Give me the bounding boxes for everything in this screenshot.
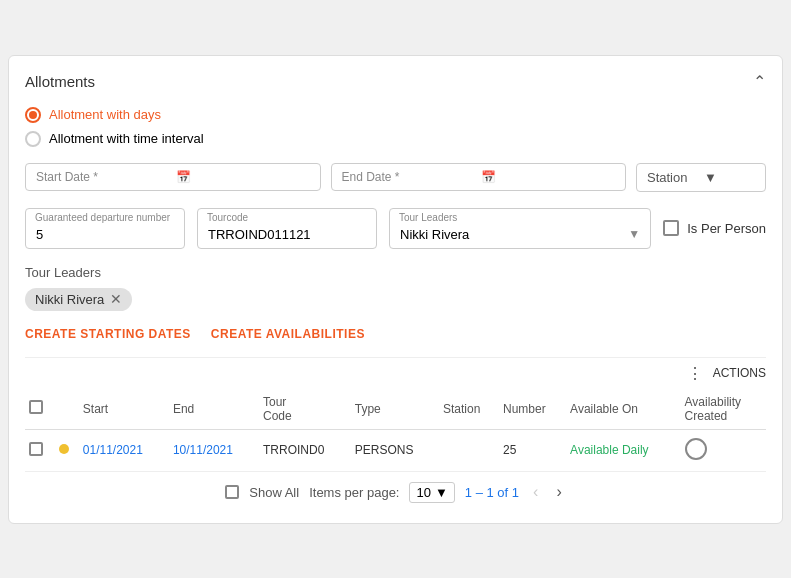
table-header: Start End TourCode Type Station Number A… — [25, 389, 766, 430]
th-number: Number — [499, 389, 566, 430]
items-per-page-value: 10 — [416, 485, 430, 500]
per-person-checkbox[interactable] — [663, 220, 679, 236]
tour-leader-tag-name: Nikki Rivera — [35, 292, 104, 307]
th-availability-created: AvailabilityCreated — [681, 389, 766, 430]
row-checkbox-cell — [25, 429, 55, 471]
th-available-on: Available On — [566, 389, 680, 430]
radio-allotment-with-time-interval[interactable]: Allotment with time interval — [25, 131, 766, 147]
row-start-date: 01/11/2021 — [79, 429, 169, 471]
page-info: 1 – 1 of 1 — [465, 485, 519, 500]
row-number: 25 — [499, 429, 566, 471]
row-available-on: Available Daily — [566, 429, 680, 471]
show-all-checkbox[interactable] — [225, 485, 239, 499]
table-top-row: ⋮ ACTIONS — [25, 358, 766, 389]
start-date-field[interactable]: Start Date * 📅 — [25, 163, 321, 191]
end-date-placeholder: End Date * — [342, 170, 476, 184]
prev-page-button[interactable]: ‹ — [529, 483, 542, 501]
panel-title: Allotments — [25, 73, 95, 90]
table-body: 01/11/2021 10/11/2021 TRROIND0 PERSONS 2… — [25, 429, 766, 471]
action-links-row: CREATE STARTING DATES CREATE AVAILABILIT… — [25, 327, 766, 341]
radio-label-time-interval: Allotment with time interval — [49, 131, 204, 146]
date-station-row: Start Date * 📅 End Date * 📅 Station ▼ — [25, 163, 766, 192]
availability-circle-button[interactable] — [685, 438, 707, 460]
table-row: 01/11/2021 10/11/2021 TRROIND0 PERSONS 2… — [25, 429, 766, 471]
tour-leader-tag-close-icon[interactable]: ✕ — [110, 292, 122, 306]
station-label: Station — [647, 170, 698, 185]
tour-leaders-arrow-icon: ▼ — [628, 227, 640, 241]
row-status-dot — [55, 429, 79, 471]
th-station: Station — [439, 389, 499, 430]
tour-leaders-section-title: Tour Leaders — [25, 265, 766, 280]
th-start: Start — [79, 389, 169, 430]
row-end-date: 10/11/2021 — [169, 429, 259, 471]
station-dropdown[interactable]: Station ▼ — [636, 163, 766, 192]
tour-leaders-section: Tour Leaders Nikki Rivera ✕ — [25, 265, 766, 311]
th-tour-code: TourCode — [259, 389, 351, 430]
end-date-field[interactable]: End Date * 📅 — [331, 163, 627, 191]
station-arrow-icon: ▼ — [704, 170, 755, 185]
items-per-page-arrow-icon: ▼ — [435, 485, 448, 500]
allotments-panel: Allotments ⌃ Allotment with days Allotme… — [8, 55, 783, 524]
per-person-label: Is Per Person — [687, 221, 766, 236]
per-person-row: Is Per Person — [663, 220, 766, 236]
items-per-page-label: Items per page: — [309, 485, 399, 500]
radio-allotment-with-days[interactable]: Allotment with days — [25, 107, 766, 123]
items-per-page-dropdown[interactable]: 10 ▼ — [409, 482, 454, 503]
end-calendar-icon[interactable]: 📅 — [481, 170, 615, 184]
tour-leaders-value: Nikki Rivera — [400, 227, 628, 242]
th-status — [55, 389, 79, 430]
start-calendar-icon[interactable]: 📅 — [176, 170, 310, 184]
more-options-icon[interactable]: ⋮ — [687, 364, 703, 383]
row-station — [439, 429, 499, 471]
tourcode-field: Tourcode — [197, 208, 377, 249]
start-date-placeholder: Start Date * — [36, 170, 170, 184]
tourcode-label: Tourcode — [207, 212, 248, 223]
actions-header-label: ACTIONS — [713, 366, 766, 380]
allotments-table: Start End TourCode Type Station Number A… — [25, 389, 766, 472]
row-tour-code: TRROIND0 — [259, 429, 351, 471]
departure-field: Guaranteed departure number — [25, 208, 185, 249]
radio-button-days[interactable] — [25, 107, 41, 123]
departure-label: Guaranteed departure number — [35, 212, 170, 223]
tour-leaders-dropdown[interactable]: Nikki Rivera ▼ — [389, 208, 651, 249]
create-starting-dates-link[interactable]: CREATE STARTING DATES — [25, 327, 191, 341]
tour-leaders-field: Tour Leaders Nikki Rivera ▼ — [389, 208, 651, 249]
form-row: Guaranteed departure number Tourcode Tou… — [25, 208, 766, 249]
create-availabilities-link[interactable]: CREATE AVAILABILITIES — [211, 327, 365, 341]
available-daily-label: Available Daily — [570, 443, 649, 457]
show-all-label[interactable]: Show All — [249, 485, 299, 500]
th-end: End — [169, 389, 259, 430]
radio-inner-days — [29, 111, 37, 119]
status-dot-yellow — [59, 444, 69, 454]
radio-button-time-interval[interactable] — [25, 131, 41, 147]
select-all-checkbox[interactable] — [29, 400, 43, 414]
th-select-all — [25, 389, 55, 430]
th-type: Type — [351, 389, 439, 430]
pagination-row: Show All Items per page: 10 ▼ 1 – 1 of 1… — [25, 472, 766, 507]
panel-header: Allotments ⌃ — [25, 72, 766, 91]
start-date-value[interactable]: 01/11/2021 — [83, 443, 143, 457]
end-date-value[interactable]: 10/11/2021 — [173, 443, 233, 457]
row-type: PERSONS — [351, 429, 439, 471]
row-checkbox[interactable] — [29, 442, 43, 456]
tour-leader-tag: Nikki Rivera ✕ — [25, 288, 132, 311]
row-availability-created — [681, 429, 766, 471]
collapse-icon[interactable]: ⌃ — [753, 72, 766, 91]
next-page-button[interactable]: › — [552, 483, 565, 501]
table-section: ⋮ ACTIONS Start End TourCode Type Statio… — [25, 357, 766, 472]
radio-label-days: Allotment with days — [49, 107, 161, 122]
allotment-type-radio-group: Allotment with days Allotment with time … — [25, 107, 766, 147]
